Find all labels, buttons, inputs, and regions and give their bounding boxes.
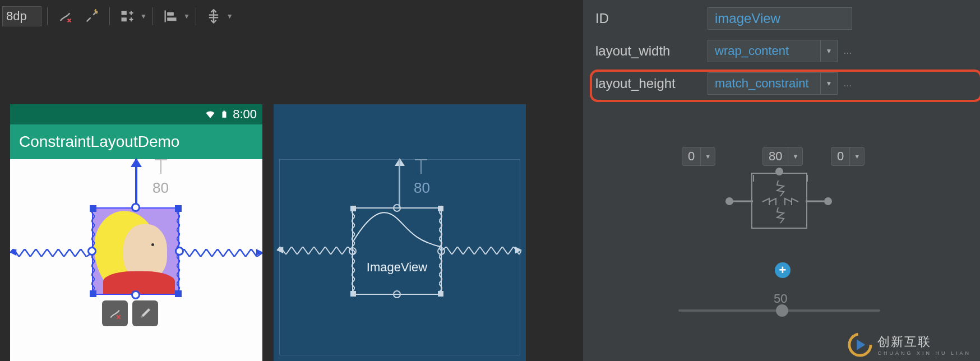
toolbar-separator [196, 7, 196, 25]
design-canvas: ▼ ▼ ▼ 8:00 ConstraintLayoutDemo [0, 0, 583, 361]
svg-rect-11 [223, 111, 225, 112]
avatar-image [93, 209, 178, 294]
align-button[interactable] [159, 4, 182, 28]
attr-label-width: layout_width [595, 43, 708, 59]
status-bar: 8:00 [10, 104, 262, 124]
constraint-anchor-bottom[interactable] [393, 290, 401, 298]
svg-marker-12 [10, 249, 16, 256]
chevron-down-icon: ▼ [140, 12, 147, 20]
right-link-line [806, 197, 828, 205]
clear-constraints-button[interactable] [53, 4, 77, 28]
constraint-anchor-left[interactable] [87, 247, 96, 256]
selected-imageview[interactable] [92, 207, 179, 295]
top-margin-label: 80 [152, 179, 169, 197]
clear-constraints-button[interactable] [102, 300, 128, 326]
constraint-anchor-bottom[interactable] [131, 290, 140, 299]
attr-combo-height[interactable]: match_constraint ▼ [708, 72, 838, 95]
attr-value-height: match_constraint [708, 76, 820, 91]
margin-left-value: 0 [682, 149, 700, 164]
chevron-down-icon[interactable]: ▼ [820, 73, 837, 94]
svg-marker-13 [256, 249, 262, 256]
app-title: ConstraintLayoutDemo [19, 133, 179, 151]
right-arrowhead-icon [255, 248, 262, 256]
toolbar-separator [152, 7, 153, 25]
default-margin-input[interactable] [2, 6, 41, 26]
left-constraint-spring[interactable] [10, 249, 92, 257]
resize-handle-sw[interactable] [350, 291, 356, 297]
constraint-anchor-top[interactable] [131, 203, 140, 212]
svg-rect-3 [122, 17, 127, 21]
battery-icon [220, 109, 228, 120]
resize-handle-ne[interactable] [175, 205, 182, 212]
margin-right-chip[interactable]: 0 ▼ [831, 147, 865, 166]
floating-toolbar [102, 300, 158, 326]
more-options-icon[interactable]: … [843, 46, 853, 56]
constraint-anchor-top[interactable] [393, 204, 401, 212]
svg-rect-4 [164, 11, 165, 22]
resize-handle-se[interactable] [175, 290, 182, 297]
margin-guide-stem [420, 160, 422, 174]
design-preview[interactable]: 8:00 ConstraintLayoutDemo 80 [10, 104, 262, 361]
left-constraint-spring[interactable] [277, 247, 352, 254]
attr-label-height: layout_height [595, 76, 708, 91]
left-arrowhead-icon [276, 246, 285, 254]
svg-rect-10 [223, 112, 226, 118]
top-margin-label: 80 [414, 179, 430, 197]
constraint-box[interactable] [751, 173, 807, 229]
constraint-anchor-right[interactable] [175, 247, 184, 256]
svg-point-16 [141, 316, 143, 318]
toolbar-separator [109, 7, 110, 25]
chevron-down-icon[interactable]: ▼ [849, 147, 864, 165]
content-curve [353, 209, 441, 294]
constraint-widget: 80 ▼ 0 ▼ 0 ▼ + [656, 147, 903, 293]
edit-baseline-button[interactable] [132, 300, 158, 326]
svg-rect-6 [167, 17, 176, 21]
selected-imageview[interactable]: ImageView [352, 207, 442, 295]
resize-handle-se[interactable] [438, 291, 443, 297]
margin-top-value: 80 [763, 149, 788, 164]
blueprint-view-label: ImageView [353, 260, 441, 275]
svg-rect-2 [122, 11, 127, 15]
more-options-icon[interactable]: … [843, 78, 853, 89]
right-constraint-spring[interactable] [442, 247, 521, 254]
watermark: 创新互联 CHUANG XIN HU LIAN [847, 332, 971, 358]
constraint-anchor-right[interactable] [437, 247, 445, 255]
watermark-logo-icon [847, 332, 873, 358]
bias-slider-thumb[interactable] [776, 304, 788, 317]
guidelines-button[interactable] [202, 4, 225, 28]
resize-handle-nw[interactable] [90, 205, 96, 212]
watermark-sub: CHUANG XIN HU LIAN [877, 350, 971, 356]
attributes-panel: ID layout_width wrap_content ▼ … layout_… [583, 0, 980, 361]
attr-row-width: layout_width wrap_content ▼ … [595, 38, 969, 64]
margin-guide-stem [160, 160, 161, 174]
margin-top-chip[interactable]: 80 ▼ [762, 147, 803, 166]
attr-value-width: wrap_content [708, 44, 820, 58]
attr-combo-width[interactable]: wrap_content ▼ [708, 40, 838, 62]
constraint-anchor-left[interactable] [349, 247, 357, 255]
svg-marker-18 [515, 247, 522, 253]
resize-handle-sw[interactable] [90, 290, 96, 297]
left-arrowhead-icon [10, 248, 18, 256]
infer-constraints-button[interactable] [80, 4, 104, 28]
margin-left-chip[interactable]: 0 ▼ [682, 147, 715, 166]
chevron-down-icon: ▼ [226, 12, 233, 20]
top-constraint-line[interactable] [399, 159, 400, 207]
chevron-down-icon[interactable]: ▼ [820, 40, 837, 62]
attr-row-id: ID [595, 6, 969, 31]
right-arrowhead-icon [514, 246, 523, 254]
blueprint-preview[interactable]: 80 ImageView [274, 104, 526, 361]
resize-handle-ne[interactable] [438, 206, 443, 211]
right-constraint-spring[interactable] [179, 249, 262, 257]
attr-row-height: layout_height match_constraint ▼ … [595, 71, 969, 96]
pack-button[interactable] [115, 4, 139, 28]
left-link-line [731, 197, 753, 205]
design-toolbar: ▼ ▼ ▼ [0, 0, 233, 33]
svg-rect-5 [167, 12, 174, 16]
top-constraint-line[interactable] [135, 159, 137, 207]
add-bottom-constraint-button[interactable]: + [775, 262, 791, 278]
app-bar: ConstraintLayoutDemo [10, 124, 262, 159]
chevron-down-icon[interactable]: ▼ [700, 147, 715, 165]
chevron-down-icon[interactable]: ▼ [788, 147, 802, 165]
resize-handle-nw[interactable] [350, 206, 356, 211]
attr-input-id[interactable] [708, 7, 852, 30]
